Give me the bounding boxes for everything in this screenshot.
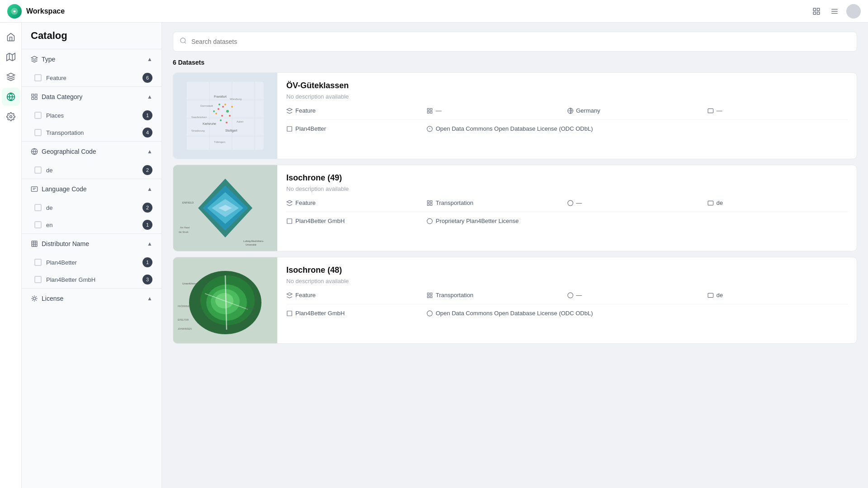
sidebar-item-settings[interactable] xyxy=(2,108,20,126)
sidebar-item-catalog[interactable] xyxy=(2,88,20,106)
filter-item-plan4better-gmbh[interactable]: Plan4Better GmbH 3 xyxy=(22,271,161,288)
filter-item-lang-de[interactable]: de 2 xyxy=(22,199,161,216)
svg-text:Saarbrücken: Saarbrücken xyxy=(191,116,207,118)
svg-rect-91 xyxy=(287,218,292,223)
filter-item-lang-en[interactable]: en 1 xyxy=(22,216,161,233)
text-icon xyxy=(707,292,714,298)
svg-point-51 xyxy=(226,122,228,123)
checkbox-transportation[interactable] xyxy=(34,129,42,136)
filter-header-license[interactable]: License ▲ xyxy=(22,289,161,308)
globe-icon xyxy=(31,148,38,155)
svg-point-31 xyxy=(180,38,185,43)
meta-langcode-3: de xyxy=(707,292,848,298)
svg-rect-2 xyxy=(817,8,820,10)
globe-icon xyxy=(567,108,574,114)
filter-header-geo-code[interactable]: Geographical Code ▲ xyxy=(22,142,161,161)
sidebar-item-home[interactable] xyxy=(2,28,20,46)
sidebar-item-map[interactable] xyxy=(2,48,20,66)
dataset-meta-1: Feature — Germany xyxy=(286,107,848,132)
filter-badge-plan4better: 1 xyxy=(142,257,152,267)
svg-point-41 xyxy=(218,108,219,110)
checkbox-geo-de[interactable] xyxy=(34,166,42,174)
checkbox-plan4better-gmbh[interactable] xyxy=(34,276,42,283)
search-input[interactable] xyxy=(191,38,850,45)
svg-point-44 xyxy=(226,110,229,113)
filter-header-type[interactable]: Type ▲ xyxy=(22,49,161,69)
dataset-card-3[interactable]: Unterföhring FRÖHRING EIFELTOR JOHANNSEN… xyxy=(173,257,857,344)
dataset-thumbnail-2: ENFIELD Am Heart der Musik Ludwig-Maximi… xyxy=(173,165,277,251)
filter-item-places[interactable]: Places 1 xyxy=(22,107,161,124)
svg-rect-17 xyxy=(35,94,37,96)
content-area: 6 Datasets xyxy=(162,23,868,488)
grid-icon[interactable] xyxy=(810,5,823,18)
checkbox-lang-de[interactable] xyxy=(34,204,42,211)
filter-geo-code-label: Geographical Code xyxy=(42,148,96,155)
topbar-right xyxy=(810,4,861,19)
layers-icon xyxy=(286,200,293,206)
dataset-thumbnail-1: Frankfurt Darmstadt Würzburg Saarbrücken… xyxy=(173,73,277,159)
search-bar xyxy=(173,32,857,52)
dataset-card-2[interactable]: ENFIELD Am Heart der Musik Ludwig-Maximi… xyxy=(173,165,857,251)
page-title: Catalog xyxy=(22,30,161,49)
filter-header-data-category[interactable]: Data Category ▲ xyxy=(22,87,161,107)
svg-text:ENFIELD: ENFIELD xyxy=(182,201,194,204)
app-title: Workspace xyxy=(26,7,65,15)
svg-marker-84 xyxy=(287,200,292,203)
svg-rect-85 xyxy=(427,200,429,202)
dataset-info-1: ÖV-Güteklassen No description available … xyxy=(277,73,857,159)
svg-rect-87 xyxy=(427,204,429,205)
svg-rect-86 xyxy=(430,200,432,202)
filter-item-transportation[interactable]: Transportation 4 xyxy=(22,124,161,141)
filter-item-feature[interactable]: Feature 6 xyxy=(22,69,161,86)
meta-langcode-1: — xyxy=(707,107,848,114)
filter-header-lang-code[interactable]: Language Code ▲ xyxy=(22,179,161,199)
checkbox-lang-en[interactable] xyxy=(34,221,42,228)
filter-item-geo-de[interactable]: de 2 xyxy=(22,161,161,179)
meta-geocode-3: — xyxy=(567,292,707,298)
svg-rect-63 xyxy=(427,108,429,110)
svg-point-89 xyxy=(568,200,573,206)
tag-icon xyxy=(31,295,38,302)
svg-rect-1 xyxy=(813,8,816,10)
svg-text:der Musik: der Musik xyxy=(179,231,189,233)
checkbox-feature[interactable] xyxy=(34,74,42,81)
filter-badge-feature: 6 xyxy=(142,73,152,83)
sidebar-item-layers[interactable] xyxy=(2,68,20,86)
svg-text:Aalen: Aalen xyxy=(237,120,243,123)
filter-section-type: Type ▲ Feature 6 xyxy=(22,49,161,86)
topbar: Workspace xyxy=(0,0,868,23)
layers-icon xyxy=(286,292,293,298)
svg-rect-66 xyxy=(430,111,432,113)
filter-header-distributor[interactable]: Distributor Name ▲ xyxy=(22,234,161,254)
checkbox-places[interactable] xyxy=(34,112,42,119)
svg-rect-65 xyxy=(427,111,429,113)
svg-marker-106 xyxy=(287,293,292,295)
search-icon xyxy=(180,37,187,46)
dataset-desc-2: No description available xyxy=(286,185,848,192)
checkbox-plan4better[interactable] xyxy=(34,259,42,266)
user-avatar[interactable] xyxy=(846,4,861,19)
svg-rect-69 xyxy=(708,109,713,113)
meta-distributor-2: Plan4Better GmbH xyxy=(286,218,427,224)
meta-type-2: Feature xyxy=(286,199,427,206)
meta-distributor-1: Plan4Better xyxy=(286,125,427,132)
filter-label-lang-de: de xyxy=(46,204,52,211)
svg-point-43 xyxy=(215,113,217,114)
svg-rect-110 xyxy=(430,296,432,298)
dataset-name-1: ÖV-Güteklassen xyxy=(286,81,848,90)
building-icon xyxy=(286,218,293,224)
results-count: 6 Datasets xyxy=(173,59,857,66)
filter-item-plan4better[interactable]: Plan4Better 1 xyxy=(22,254,161,271)
globe-icon xyxy=(567,292,574,298)
dataset-card-1[interactable]: Frankfurt Darmstadt Würzburg Saarbrücken… xyxy=(173,72,857,159)
meta-geocode-2: — xyxy=(567,199,707,206)
svg-rect-64 xyxy=(430,108,432,110)
svg-point-47 xyxy=(220,119,222,121)
svg-point-42 xyxy=(222,106,224,108)
dataset-info-3: Isochrone (48) No description available … xyxy=(277,257,857,343)
svg-rect-70 xyxy=(287,126,292,131)
menu-icon[interactable] xyxy=(828,5,841,18)
svg-text:JOHANNSEN: JOHANNSEN xyxy=(178,327,192,330)
dataset-thumbnail-3: Unterföhring FRÖHRING EIFELTOR JOHANNSEN… xyxy=(173,257,277,343)
meta-geocode-1: Germany xyxy=(567,107,707,114)
